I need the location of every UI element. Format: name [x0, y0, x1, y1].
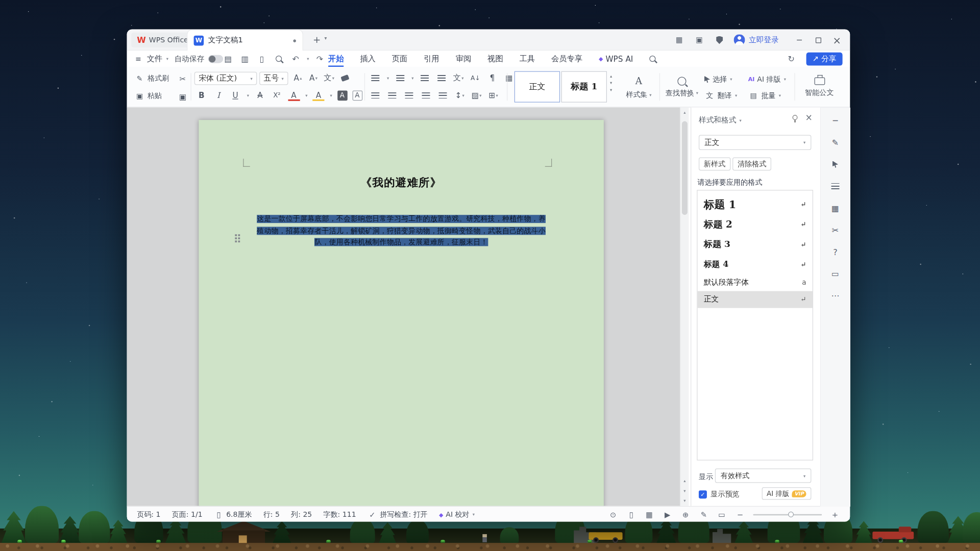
asian-layout-icon[interactable]: 文▾ [453, 72, 464, 84]
minimize-button[interactable]: ─ [791, 33, 807, 47]
gallery-more-icon[interactable]: ▾ [610, 87, 612, 92]
print-icon[interactable]: ▯ [256, 52, 268, 66]
undo-button[interactable]: ↶ [289, 52, 302, 66]
align-center-icon[interactable] [386, 89, 398, 101]
tab-insert[interactable]: 插入 [360, 51, 376, 67]
panel-header[interactable]: 样式和格式 ▾ [699, 115, 742, 126]
batch-button[interactable]: ▤ 批量 ▾ [748, 89, 781, 102]
maximize-button[interactable] [810, 33, 826, 47]
document-paragraph[interactable]: 这是一款位于屏幕底部，不会影响您日常学习与工作的放置游戏。研究科技，种植作物，养… [224, 214, 579, 248]
new-tab-button[interactable]: + [311, 34, 323, 46]
ai-layout-button[interactable]: AI AI 排版 ▾ [748, 73, 786, 85]
scroll-up-icon[interactable]: ▴ [680, 110, 689, 115]
zoom-out-button[interactable]: − [735, 510, 745, 520]
bullet-chevron-icon[interactable]: ▾ [387, 76, 389, 81]
export-icon[interactable]: ▥ [239, 52, 251, 66]
highlight-color-button[interactable]: A [312, 89, 324, 101]
justify-icon[interactable] [420, 89, 432, 101]
device-icon[interactable]: ▭ [830, 268, 841, 279]
increase-indent-icon[interactable] [436, 72, 448, 84]
document-tab[interactable]: W 文字文稿1 ● [187, 30, 303, 51]
font-color-chevron-icon[interactable]: ▾ [305, 93, 307, 98]
previous-page-icon[interactable]: ▴ [680, 479, 689, 484]
show-preview-checkbox[interactable]: ✓ 显示预览 [699, 490, 740, 499]
show-marks-icon[interactable]: ¶ [486, 72, 498, 84]
display-filter-select[interactable]: 有效样式 ▾ [715, 468, 812, 483]
align-right-icon[interactable] [403, 89, 415, 101]
style-gallery-heading1[interactable]: 标题 1 [561, 71, 607, 103]
style-item-heading2[interactable]: 标题 2 ↵ [698, 214, 813, 234]
sort-icon[interactable]: A↓ [470, 72, 481, 84]
font-name-select[interactable]: 宋体 (正文) ▾ [194, 72, 257, 85]
selected-text-line[interactable]: 殖动物，招募幸存者干活儿，解锁矿洞，狩猎变异动物，抵御畸变怪物，武装自己的战斗小 [257, 227, 546, 235]
style-item-heading4[interactable]: 标题 4 ↵ [698, 254, 813, 274]
font-size-select[interactable]: 五号 ▾ [259, 72, 288, 85]
next-page-icon[interactable]: ▾ [680, 489, 689, 494]
select-button[interactable]: 选择 ▾ [704, 73, 732, 85]
clear-format-button[interactable]: 清除格式 [732, 158, 771, 171]
search-icon[interactable] [649, 51, 655, 67]
style-item-heading3[interactable]: 标题 3 ↵ [698, 234, 813, 254]
pin-icon[interactable] [793, 115, 798, 120]
panel-ai-layout-button[interactable]: AI 排版 VIP [762, 487, 811, 499]
tab-page[interactable]: 页面 [392, 51, 408, 67]
distribute-icon[interactable] [437, 89, 449, 101]
superscript-button[interactable]: X² [271, 89, 283, 101]
page-view-icon[interactable]: ▦ [644, 510, 654, 520]
increase-font-icon[interactable]: A▴ [292, 72, 304, 84]
line-spacing-icon[interactable]: ↕▾ [454, 89, 465, 101]
tab-wps-ai[interactable]: ◆WPS AI [599, 51, 633, 67]
new-style-button[interactable]: 新样式 [699, 158, 730, 171]
tab-reference[interactable]: 引用 [424, 51, 439, 67]
document-title[interactable]: 《我的避难所》 [199, 175, 603, 190]
align-left-icon[interactable] [370, 89, 381, 101]
save-icon[interactable]: ▤ [222, 52, 234, 66]
tab-membership[interactable]: 会员专享 [551, 51, 582, 67]
phonetic-guide-icon[interactable]: 文▾ [323, 72, 335, 84]
zoom-slider[interactable] [753, 514, 822, 515]
paste-button[interactable]: ▣ 粘贴 [134, 91, 162, 102]
ai-proofread-button[interactable]: ◆AI 校对▾ [439, 510, 475, 519]
shading-icon[interactable]: ▨▾ [471, 89, 482, 101]
selected-text-line[interactable]: 这是一款位于屏幕底部，不会影响您日常学习与工作的放置游戏。研究科技，种植作物，养 [257, 215, 546, 223]
zoom-slider-handle[interactable] [788, 511, 794, 517]
select-tool-icon[interactable] [830, 159, 841, 170]
settings-sliders-icon[interactable] [830, 181, 841, 192]
grid-tool-icon[interactable]: ▦ [830, 203, 841, 214]
find-replace-button[interactable]: 查找替换▾ [663, 70, 700, 104]
read-mode-icon[interactable]: ▯ [626, 510, 636, 520]
italic-button[interactable]: I [212, 89, 224, 101]
close-button[interactable]: × [829, 33, 845, 47]
format-painter-button[interactable]: ✎ 格式刷 [134, 73, 169, 84]
tab-list-button[interactable]: ▾ [325, 36, 327, 41]
tab-review[interactable]: 审阅 [456, 51, 472, 67]
spellcheck-status[interactable]: ✓拼写检查: 打开 [368, 510, 428, 520]
decrease-font-icon[interactable]: A▾ [307, 72, 319, 84]
current-style-select[interactable]: 正文 ▾ [699, 135, 811, 149]
scroll-down-icon[interactable]: ▾ [680, 498, 689, 504]
cut-tool-icon[interactable]: ✂ [830, 224, 841, 236]
file-menu-button[interactable]: ≡ 文件 ▾ [133, 51, 168, 67]
style-item-heading1[interactable]: 标题 1 ↵ [698, 194, 813, 214]
apps-grid-icon[interactable]: ▦ [674, 34, 685, 45]
style-gallery-body[interactable]: 正文 [514, 71, 560, 103]
eye-protect-icon[interactable]: ⊙ [608, 510, 618, 520]
borders-icon[interactable]: ⊞▾ [487, 89, 499, 101]
clear-format-icon[interactable] [339, 72, 351, 84]
numbered-list-icon[interactable] [394, 72, 406, 84]
bold-button[interactable]: B [195, 89, 207, 101]
cut-icon[interactable]: ✂ [177, 73, 189, 85]
split-window-icon[interactable]: ▣ [694, 34, 705, 45]
app-menu-button[interactable]: W WPS Office [131, 33, 194, 47]
selected-text-line[interactable]: 队，使用各种机械制作物品，发展避难所，征服末日！ [314, 238, 487, 246]
collapse-icon[interactable]: ─ [830, 115, 841, 126]
gallery-down-icon[interactable]: ▾ [610, 81, 612, 86]
web-layout-icon[interactable]: ⊕ [680, 510, 691, 520]
tab-view[interactable]: 视图 [487, 51, 503, 67]
ink-pen-icon[interactable]: ✎ [699, 510, 709, 520]
style-set-button[interactable]: A 样式集▾ [622, 70, 655, 104]
tab-home[interactable]: 开始 [328, 51, 344, 67]
style-item-body-selected[interactable]: 正文 ↵ [698, 291, 813, 308]
gallery-up-icon[interactable]: ▴ [610, 73, 612, 79]
font-color-button[interactable]: A [288, 89, 300, 101]
